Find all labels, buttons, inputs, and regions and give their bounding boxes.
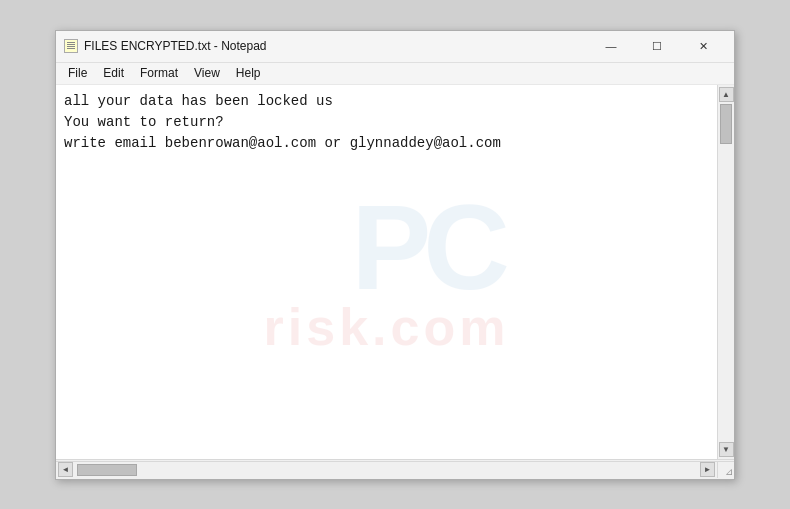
text-line-1: all your data has been locked us: [64, 91, 709, 112]
content-area: PC risk.com all your data has been locke…: [56, 85, 734, 459]
scroll-h-thumb[interactable]: [77, 464, 137, 476]
scroll-left-arrow[interactable]: ◄: [58, 462, 73, 477]
menu-help[interactable]: Help: [228, 64, 269, 82]
window-title: FILES ENCRYPTED.txt - Notepad: [84, 39, 267, 53]
notepad-window: FILES ENCRYPTED.txt - Notepad — ☐ ✕ File…: [55, 30, 735, 480]
scroll-down-arrow[interactable]: ▼: [719, 442, 734, 457]
title-bar-left: FILES ENCRYPTED.txt - Notepad: [64, 39, 267, 53]
title-bar: FILES ENCRYPTED.txt - Notepad — ☐ ✕: [56, 31, 734, 63]
scroll-up-arrow[interactable]: ▲: [719, 87, 734, 102]
menu-bar: File Edit Format View Help: [56, 63, 734, 85]
menu-file[interactable]: File: [60, 64, 95, 82]
minimize-button[interactable]: —: [588, 31, 634, 61]
maximize-button[interactable]: ☐: [634, 31, 680, 61]
text-line-3: write email bebenrowan@aol.com or glynna…: [64, 133, 709, 154]
scroll-v-track[interactable]: [718, 102, 734, 442]
scroll-right-arrow[interactable]: ►: [700, 462, 715, 477]
horizontal-scrollbar[interactable]: ◄ ►: [56, 461, 717, 478]
title-controls: — ☐ ✕: [588, 31, 726, 61]
scroll-h-track[interactable]: [73, 462, 700, 478]
menu-format[interactable]: Format: [132, 64, 186, 82]
text-line-2: You want to return?: [64, 112, 709, 133]
bottom-bar: ◄ ► ⊿: [56, 459, 734, 479]
vertical-scrollbar[interactable]: ▲ ▼: [717, 85, 734, 459]
menu-view[interactable]: View: [186, 64, 228, 82]
notepad-icon: [64, 39, 78, 53]
close-button[interactable]: ✕: [680, 31, 726, 61]
resize-handle[interactable]: ⊿: [717, 461, 734, 478]
menu-edit[interactable]: Edit: [95, 64, 132, 82]
text-editor[interactable]: all your data has been locked us You wan…: [56, 85, 717, 459]
scroll-v-thumb[interactable]: [720, 104, 732, 144]
